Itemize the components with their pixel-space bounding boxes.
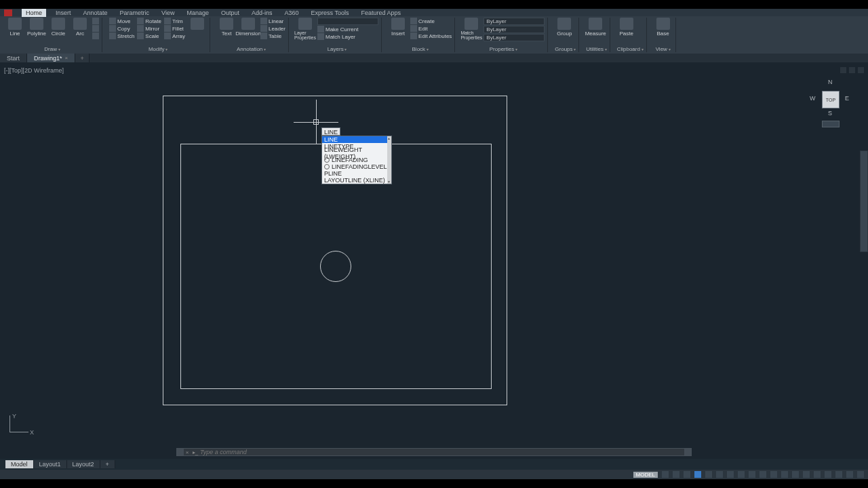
modify-extra[interactable] [188, 18, 207, 30]
suggest-linefadinglevel[interactable]: LINEFADINGLEVEL [322, 163, 391, 170]
create-block-button[interactable]: Create [410, 18, 452, 24]
base-view-button[interactable]: Base [654, 18, 673, 37]
table-button[interactable]: Table [260, 33, 285, 39]
suggest-lineweight[interactable]: LINEWEIGHT (LWEIGHT) [322, 150, 391, 157]
vp-minimize-icon[interactable] [840, 67, 846, 73]
vp-maximize-icon[interactable] [849, 67, 855, 73]
status-annoscale-icon[interactable] [760, 471, 766, 478]
status-cycling-icon[interactable] [749, 471, 755, 478]
status-snap-icon[interactable] [673, 471, 679, 478]
close-tab-icon[interactable]: × [65, 55, 68, 61]
menu-addins[interactable]: Add-ins [249, 9, 275, 17]
linetype-dropdown[interactable]: ByLayer [484, 34, 545, 41]
menu-output[interactable]: Output [218, 9, 242, 17]
menu-home[interactable]: Home [22, 9, 46, 17]
group-button[interactable]: Group [555, 18, 574, 37]
make-current-button[interactable]: Make Current [317, 26, 378, 33]
status-ortho-icon[interactable] [684, 471, 690, 478]
status-units-icon[interactable] [792, 471, 799, 478]
cmdline-close-icon[interactable]: × [184, 449, 191, 455]
status-lock-icon[interactable] [814, 471, 821, 478]
layout-tab-model[interactable]: Model [5, 460, 34, 468]
status-isolate-icon[interactable] [825, 471, 831, 478]
status-monitor-icon[interactable] [781, 471, 788, 478]
arc-button[interactable]: Arc [71, 18, 90, 37]
panel-groups-title[interactable]: Groups [555, 45, 576, 52]
text-button[interactable]: Text [217, 18, 236, 37]
status-hardware-icon[interactable] [835, 471, 842, 478]
layout-tab-add[interactable]: + [100, 460, 115, 468]
menu-annotate[interactable]: Annotate [81, 9, 111, 17]
paste-button[interactable]: Paste [617, 18, 636, 37]
suggest-pline[interactable]: PLINE [322, 170, 391, 177]
menu-express[interactable]: Express Tools [309, 9, 352, 17]
menu-view[interactable]: View [159, 9, 177, 17]
array-button[interactable]: Array [164, 33, 185, 39]
match-props-button[interactable]: Match Properties [462, 18, 481, 40]
draw-extra-3[interactable] [92, 33, 99, 39]
dimension-button[interactable]: Dimension [239, 18, 258, 37]
status-transparency-icon[interactable] [738, 471, 745, 478]
linear-button[interactable]: Linear [260, 18, 285, 24]
panel-clipboard-title[interactable]: Clipboard [617, 45, 644, 52]
menu-parametric[interactable]: Parametric [117, 9, 153, 17]
navigation-bar[interactable] [860, 150, 868, 252]
panel-layers-title[interactable]: Layers [296, 45, 378, 52]
status-customize-icon[interactable] [857, 471, 864, 478]
viewcube-east[interactable]: E [845, 95, 849, 102]
measure-button[interactable]: Measure [586, 18, 605, 37]
status-mode[interactable]: MODEL [633, 472, 658, 478]
leader-button[interactable]: Leader [260, 25, 285, 32]
trim-button[interactable]: Trim [164, 18, 185, 24]
layer-dropdown[interactable] [317, 18, 378, 25]
tab-drawing1[interactable]: Drawing1*× [27, 54, 75, 62]
panel-draw-title[interactable]: Draw [5, 45, 99, 52]
fillet-button[interactable]: Fillet [164, 25, 185, 32]
stretch-button[interactable]: Stretch [109, 33, 134, 39]
panel-block-title[interactable]: Block [389, 45, 452, 52]
scale-button[interactable]: Scale [137, 33, 161, 39]
copy-button[interactable]: Copy [109, 25, 134, 32]
cmdline-handle[interactable] [177, 449, 184, 455]
dynamic-input[interactable]: LINE [321, 127, 340, 136]
vp-close-icon[interactable] [858, 67, 864, 73]
cmdline-input[interactable] [200, 449, 684, 455]
edit-block-button[interactable]: Edit [410, 25, 452, 32]
suggest-layoutline[interactable]: LAYOUTLINE (XLINE) [322, 177, 391, 184]
panel-utilities-title[interactable]: Utilities [586, 45, 606, 52]
layer-props-button[interactable]: Layer Properties [296, 18, 315, 40]
panel-view-title[interactable]: View [654, 45, 673, 52]
lineweight-dropdown[interactable]: ByLayer [484, 26, 545, 33]
draw-extra-1[interactable] [92, 18, 99, 24]
viewport-label[interactable]: [-][Top][2D Wireframe] [4, 67, 64, 74]
menu-a360[interactable]: A360 [282, 9, 302, 17]
draw-extra-2[interactable] [92, 25, 99, 32]
viewcube[interactable]: N S E W TOP [807, 75, 854, 136]
panel-modify-title[interactable]: Modify [109, 45, 207, 52]
status-workspace-icon[interactable] [770, 471, 777, 478]
layout-tab-1[interactable]: Layout1 [34, 460, 67, 468]
status-qp-icon[interactable] [803, 471, 810, 478]
menu-manage[interactable]: Manage [184, 9, 212, 17]
match-layer-button[interactable]: Match Layer [317, 33, 378, 40]
insert-block-button[interactable]: Insert [389, 18, 408, 37]
circle-button[interactable]: Circle [49, 18, 68, 37]
line-button[interactable]: Line [5, 18, 24, 37]
move-button[interactable]: Move [109, 18, 134, 24]
menu-featured[interactable]: Featured Apps [358, 9, 403, 17]
drawing-viewport[interactable]: [-][Top][2D Wireframe] LINE LINE LINETYP… [0, 62, 868, 459]
status-polar-icon[interactable] [694, 471, 701, 478]
viewcube-north[interactable]: N [828, 79, 833, 85]
new-tab-button[interactable]: + [75, 54, 90, 62]
edit-attr-button[interactable]: Edit Attributes [410, 33, 452, 39]
status-otrack-icon[interactable] [716, 471, 723, 478]
panel-annotation-title[interactable]: Annotation [217, 45, 285, 52]
app-logo-icon[interactable] [4, 9, 12, 16]
viewcube-wcs-button[interactable] [822, 121, 840, 127]
status-grid-icon[interactable] [662, 471, 669, 478]
status-cleanscreen-icon[interactable] [846, 471, 853, 478]
polyline-button[interactable]: Polyline [27, 18, 46, 37]
panel-properties-title[interactable]: Properties [462, 45, 545, 52]
status-osnap-icon[interactable] [705, 471, 712, 478]
suggest-line[interactable]: LINE [322, 136, 391, 143]
